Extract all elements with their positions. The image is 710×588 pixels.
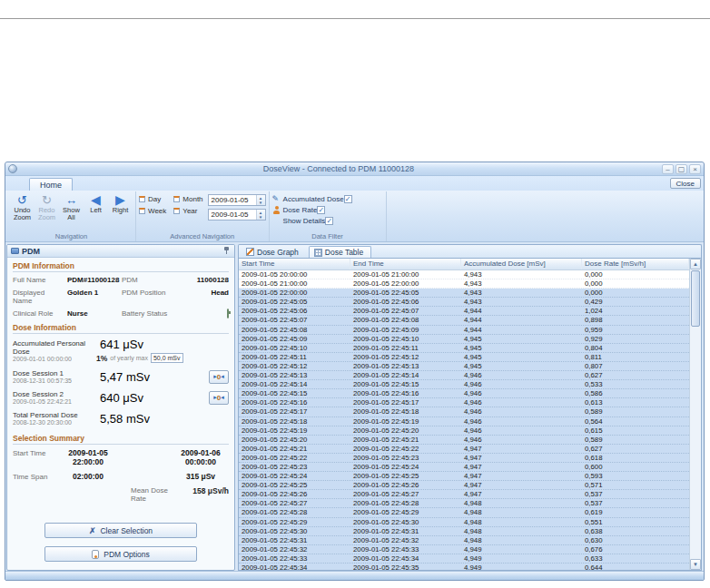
pin-icon[interactable] [222,246,231,256]
dose-rate-checkbox[interactable]: ✓ [317,206,325,214]
date-to-field[interactable]: 2009-01-05 ▲▼ [208,209,266,220]
year-button[interactable]: Year [173,207,202,215]
table-row[interactable]: 2009-01-05 22:45:28 2009-01-05 22:45:29 … [239,508,689,517]
column-end-time[interactable]: End Time [350,259,461,270]
group-label-navigation: Navigation [10,230,133,241]
spinner-icon[interactable]: ▲▼ [256,210,265,220]
table-row[interactable]: 2009-01-05 22:45:17 2009-01-05 22:45:18 … [239,407,689,416]
table-row[interactable]: 2009-01-05 22:45:16 2009-01-05 22:45:17 … [239,398,689,407]
table-row[interactable]: 2009-01-05 22:00:00 2009-01-05 22:45:05 … [239,289,689,298]
table-row[interactable]: 2009-01-05 22:45:14 2009-01-05 22:45:15 … [239,380,689,389]
table-row[interactable]: 2009-01-05 22:45:22 2009-01-05 22:45:23 … [239,454,689,463]
pan-right-button[interactable]: ▶ Right [108,192,133,214]
table-row[interactable]: 2009-01-05 22:45:30 2009-01-05 22:45:31 … [239,527,689,536]
table-header: Start Time End Time Accumulated Dose [mS… [239,259,689,270]
undo-zoom-button[interactable]: ↺ Undo Zoom [10,192,35,222]
pdm-options-button[interactable]: PDM Options [44,546,197,562]
scroll-down-icon[interactable]: ▼ [690,559,701,570]
show-details-checkbox[interactable]: ✓ [325,217,333,225]
clear-selection-button[interactable]: ✗ Clear Selection [44,523,197,538]
table-row[interactable]: 2009-01-05 20:00:00 2009-01-05 21:00:00 … [239,270,689,279]
tab-dose-graph[interactable]: Dose Graph [241,246,307,258]
table-row[interactable]: 2009-01-05 22:45:05 2009-01-05 22:45:06 … [239,298,689,307]
undo-zoom-icon: ↺ [17,193,27,207]
status-bar [5,571,704,580]
table-row[interactable]: 2009-01-05 22:45:08 2009-01-05 22:45:09 … [239,326,689,335]
displayed-name-value: Golden 1 [67,289,120,297]
table-row[interactable]: 2009-01-05 22:45:25 2009-01-05 22:45:26 … [239,481,689,490]
section-dose-information: Dose Information [13,321,229,334]
reset-session2-button[interactable]: ▸0◂ [209,391,229,405]
dose-session1-row: Dose Session 1 2008-12-31 00:57:35 5,47 … [13,369,229,384]
maximize-button[interactable]: ▢ [675,164,687,174]
pdm-panel-title: PDM [22,247,222,256]
calendar-icon [173,208,180,214]
table-row[interactable]: 2009-01-05 22:45:31 2009-01-05 22:45:32 … [239,536,689,545]
tab-dose-table[interactable]: Dose Table [309,246,371,258]
accumulated-dose-value: 641 μSv [100,338,183,351]
table-row[interactable]: 2009-01-05 22:45:15 2009-01-05 22:45:16 … [239,389,689,398]
table-row[interactable]: 2009-01-05 22:45:09 2009-01-05 22:45:10 … [239,335,689,344]
day-button[interactable]: Day [139,195,166,203]
filter-dose-rate[interactable]: Dose Rate ✓ [272,206,326,214]
yearly-percent: 1% [96,354,107,363]
selection-end-value: 2009-01-06 00:00:00 [173,448,229,466]
group-data-filter: ✎ Accumulated Dose ✓ Dose Rate ✓ Show De… [270,191,387,241]
table-row[interactable]: 2009-01-05 22:45:32 2009-01-05 22:45:33 … [239,545,689,554]
scroll-up-icon[interactable]: ▲ [690,259,701,270]
page-rule [0,18,710,19]
table-row[interactable]: 2009-01-05 22:45:33 2009-01-05 22:45:34 … [239,554,689,564]
table-row[interactable]: 2009-01-05 22:45:06 2009-01-05 22:45:07 … [239,307,689,316]
table-row[interactable]: 2009-01-05 22:45:23 2009-01-05 22:45:24 … [239,463,689,472]
table-row[interactable]: 2009-01-05 22:45:07 2009-01-05 22:45:08 … [239,316,689,325]
pdm-id-value: 11000128 [182,276,229,284]
yearly-max-field[interactable]: 50,0 mSv [151,353,183,363]
date-from-field[interactable]: 2009-01-05 ▲▼ [208,194,266,206]
accumulated-dose-row: Accumulated Personal Dose 2009-01-01 00:… [13,338,229,363]
table-row[interactable]: 2009-01-05 22:45:21 2009-01-05 22:45:22 … [239,445,689,454]
spinner-icon[interactable]: ▲▼ [256,195,265,205]
table-row[interactable]: 2009-01-05 22:45:34 2009-01-05 22:45:35 … [239,564,689,570]
tab-home[interactable]: Home [29,178,73,191]
accumulated-dose-checkbox[interactable]: ✓ [344,195,352,203]
table-row[interactable]: 2009-01-05 22:45:12 2009-01-05 22:45:13 … [239,362,689,371]
table-row[interactable]: 2009-01-05 21:00:00 2009-01-05 22:00:00 … [239,279,689,289]
table-row[interactable]: 2009-01-05 22:45:24 2009-01-05 22:45:25 … [239,472,689,481]
table-row[interactable]: 2009-01-05 22:45:13 2009-01-05 22:45:14 … [239,371,689,380]
week-button[interactable]: Week [139,207,166,215]
group-advanced-navigation: Day Month Week Year [136,191,270,241]
reset-session1-button[interactable]: ▸0◂ [209,370,229,384]
group-label-advanced-navigation: Advanced Navigation [139,230,266,241]
title-bar[interactable]: DoseView - Connected to PDM 11000128 – ▢… [5,162,704,176]
table-icon [314,249,322,257]
calendar-icon [139,208,145,214]
table-row[interactable]: 2009-01-05 22:45:18 2009-01-05 22:45:19 … [239,417,689,426]
table-row[interactable]: 2009-01-05 22:45:11 2009-01-05 22:45:12 … [239,353,689,362]
redo-zoom-button[interactable]: ↻ Redo Zoom [35,192,59,222]
table-row[interactable]: 2009-01-05 22:45:19 2009-01-05 22:45:20 … [239,426,689,436]
column-start-time[interactable]: Start Time [239,259,350,270]
close-window-button[interactable]: × [689,164,701,174]
filter-accumulated-dose[interactable]: ✎ Accumulated Dose ✓ [272,195,352,203]
total-dose-value: 5,58 mSv [100,412,150,426]
table-row[interactable]: 2009-01-05 22:45:27 2009-01-05 22:45:28 … [239,499,689,508]
month-button[interactable]: Month [173,195,202,203]
pan-left-button[interactable]: ◀ Left [84,192,108,214]
vertical-scrollbar[interactable]: ▲ ▼ [689,259,701,570]
right-arrow-icon: ▶ [115,193,125,207]
group-label-data-filter: Data Filter [272,230,383,241]
table-row[interactable]: 2009-01-05 22:45:10 2009-01-05 22:45:11 … [239,344,689,353]
minimize-button[interactable]: – [662,164,674,174]
show-all-button[interactable]: ↔ Show All [59,192,84,222]
total-dose-row: Total Personal Dose 2008-12-30 20:30:00 … [13,411,229,426]
filter-show-details[interactable]: Show Details ✓ [272,217,334,225]
table-row[interactable]: 2009-01-05 22:45:29 2009-01-05 22:45:30 … [239,518,689,527]
scrollbar-thumb[interactable] [691,270,700,327]
ribbon-close-button[interactable]: Close [670,178,701,189]
column-accumulated-dose[interactable]: Accumulated Dose [mSv] [461,259,582,270]
table-row[interactable]: 2009-01-05 22:45:26 2009-01-05 22:45:27 … [239,490,689,499]
column-dose-rate[interactable]: Dose Rate [mSv/h] [582,259,689,270]
calendar-icon [139,196,145,202]
full-name-value: PDM#11000128 [67,276,120,284]
table-row[interactable]: 2009-01-05 22:45:20 2009-01-05 22:45:21 … [239,436,689,445]
